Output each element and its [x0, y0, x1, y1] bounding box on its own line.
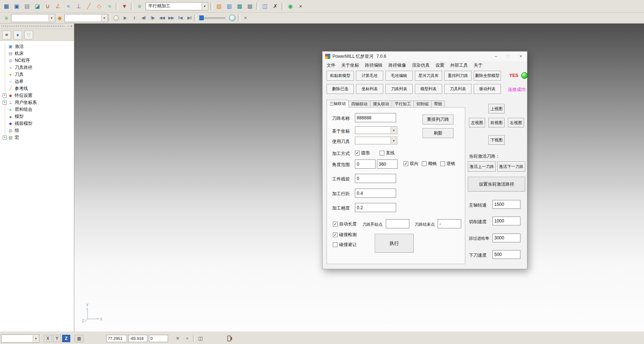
menu-render-simulation[interactable]: 渲染仿真 [409, 62, 433, 69]
rewind-button[interactable]: ◀◀ [158, 14, 166, 22]
expand-icon[interactable]: + [3, 136, 7, 140]
stepover-input[interactable] [355, 189, 396, 198]
calculator-icon[interactable]: ▦ [245, 1, 255, 11]
workplane-icon[interactable]: ⊥ [74, 1, 83, 11]
magnet-icon[interactable]: ∪ [43, 1, 52, 11]
conventional-checkbox[interactable]: 逆铣 [440, 161, 455, 167]
simulation-speed-slider[interactable] [199, 15, 225, 20]
dual-view-icon[interactable]: ◫ [197, 335, 204, 342]
explorer-grip[interactable]: ▫ × [0, 24, 74, 29]
activate-next-toolpath-button[interactable]: 激活下一刀路 [497, 161, 525, 172]
right-view-button[interactable]: 右视图 [508, 118, 524, 127]
tool-library-button[interactable]: 星河刀具库 [415, 71, 442, 81]
dual-screen-icon[interactable] [226, 335, 234, 342]
step-back-button[interactable]: ◀‖ [139, 14, 147, 22]
tree-item-boundaries[interactable]: ○ 边界 [0, 78, 74, 85]
tree-item-workplanes[interactable]: + ⊥ 用户坐标系 [0, 99, 74, 106]
front-view-button[interactable]: 前视图 [488, 118, 505, 127]
strategy-combo[interactable]: 平行精加工 ▾ [146, 2, 208, 10]
toolpath-list-button[interactable]: 刀路列表 [385, 84, 413, 94]
tab-4axis[interactable]: 四轴联动 [349, 101, 370, 108]
minimize-button[interactable]: – [490, 52, 502, 61]
climb-checkbox[interactable]: 顺铣 [422, 161, 437, 167]
menu-about[interactable]: 关于 [471, 62, 485, 69]
sim-tool-combo[interactable]: ▾ [64, 14, 108, 22]
bidirectional-checkbox[interactable]: ✓ 双向 [403, 161, 419, 167]
tab-parallel[interactable]: 平行加工 [392, 101, 414, 108]
stock-model-icon[interactable]: ▩ [235, 1, 244, 11]
model-list-button[interactable]: 模型列表 [415, 84, 442, 94]
go-start-button[interactable]: ‖◀ [176, 14, 184, 22]
statistics-icon[interactable]: ▥ [225, 1, 234, 11]
stock-edit-button[interactable]: 毛坯编辑 [385, 71, 413, 81]
collision-check-checkbox[interactable]: ✓ 碰撞检测 [333, 232, 357, 238]
search-binoculars-icon[interactable]: ◉ [286, 1, 295, 11]
auto-length-checkbox[interactable]: ✓ 自动长度 [333, 221, 357, 227]
tree-item-toolpaths[interactable]: ≈ 刀具路径 [0, 64, 74, 71]
tree-item-groups[interactable]: ▥ 组 [0, 127, 74, 134]
tab-3axis[interactable]: 三轴联动 [327, 100, 349, 108]
menu-external-tools[interactable]: 外部工具 [447, 62, 471, 69]
curve-editor-icon[interactable]: ≈ [64, 1, 73, 11]
cursor-position-icon[interactable]: + [184, 335, 191, 342]
tree-item-models[interactable]: ● 模型 [0, 113, 74, 120]
axis-z-button[interactable]: Z [62, 335, 70, 342]
sim-tool-icon[interactable]: ◆ [55, 13, 64, 22]
post-process-icon[interactable]: ▼ [120, 1, 129, 11]
pause-button[interactable]: ‖ [130, 14, 138, 22]
drive-list-button[interactable]: 驱动列表 [474, 84, 501, 94]
step-forward-button[interactable]: ‖▶ [149, 14, 157, 22]
circle-checkbox[interactable]: ✓ 圆形 [355, 150, 370, 156]
angle-to-input[interactable] [377, 159, 398, 169]
drag-handle[interactable] [1, 25, 64, 27]
measure-icon[interactable]: ∠ [53, 1, 63, 11]
tree-item-activate[interactable]: ▣ 激活 [0, 43, 74, 50]
refresh-button[interactable]: 刷新 [423, 128, 453, 138]
block-icon[interactable]: ◪ [33, 1, 42, 11]
coordinate-list-button[interactable]: 坐标列表 [356, 84, 383, 94]
set-active-path-button[interactable]: 设置当前激活路径 [468, 177, 525, 192]
hierarchy-view-icon[interactable]: ≡ [2, 31, 11, 39]
axis-x-button[interactable]: X [44, 335, 52, 342]
print-icon[interactable]: ▤ [22, 1, 32, 11]
expand-icon[interactable]: + [3, 101, 7, 105]
menu-path-mirror[interactable]: 路径镜像 [385, 62, 409, 69]
tree-item-macros[interactable]: + ▧ 宏 [0, 134, 74, 141]
coordinate-z-field[interactable]: 0 [149, 335, 168, 342]
delete-selected-button[interactable]: 删除已选 [327, 84, 354, 94]
play-button[interactable]: ▶ [121, 14, 129, 22]
tree-item-feature-sets[interactable]: + ◆ 特征设置 [0, 92, 74, 99]
coordinate-select[interactable]: ▾ [355, 126, 397, 134]
paste-new-model-button[interactable]: 粘贴新模型 [327, 71, 354, 81]
tab-help[interactable]: 帮助 [431, 101, 445, 108]
menu-path-edit[interactable]: 路径编辑 [362, 62, 385, 69]
tool-list-button[interactable]: 刀具列表 [444, 84, 472, 94]
bottom-view-button[interactable]: 下视图 [488, 135, 505, 145]
cutting-speed-input[interactable] [492, 217, 520, 225]
toolpath-icon[interactable]: ≈ [105, 1, 114, 11]
save-icon[interactable]: ▣ [12, 1, 21, 11]
tree-item-tools[interactable]: ▼ 刀具 [0, 71, 74, 78]
pencil-icon[interactable]: ╱ [84, 1, 93, 11]
expand-icon[interactable]: + [3, 94, 7, 98]
go-end-button[interactable]: ▶‖ [185, 14, 193, 22]
maximize-button[interactable]: □ [502, 52, 515, 61]
tab-tilt-head[interactable]: 摆头联动 [370, 101, 392, 108]
snap-settings-icon[interactable]: ≡ [174, 335, 181, 342]
delete-all-models-button[interactable]: 删除全部模型 [474, 71, 501, 81]
axis-y-button[interactable]: Y [53, 335, 61, 342]
lightbulb-icon[interactable] [114, 15, 119, 21]
new-model-icon[interactable]: ▦ [2, 1, 11, 11]
execute-button[interactable]: 执行 [375, 234, 414, 253]
reorder-toolpath-button[interactable]: 重排列刀路 [423, 115, 453, 124]
coordinate-x-field[interactable]: 77.2951 [106, 335, 127, 342]
coordinate-y-field[interactable]: -69.918 [128, 335, 147, 342]
sim-entity-combo[interactable]: ▾ [11, 14, 55, 22]
statusbar-combo[interactable]: ▾ [1, 334, 39, 343]
top-view-button[interactable]: 上视图 [488, 104, 505, 113]
float-panel-icon[interactable]: ▫ [68, 24, 69, 28]
activate-prev-toolpath-button[interactable]: 激活上一刀路 [468, 161, 496, 172]
fast-forward-button[interactable]: ▶▶ [167, 14, 175, 22]
transform-icon[interactable]: ◇ [95, 1, 104, 11]
stock-remain-input[interactable] [355, 174, 396, 183]
